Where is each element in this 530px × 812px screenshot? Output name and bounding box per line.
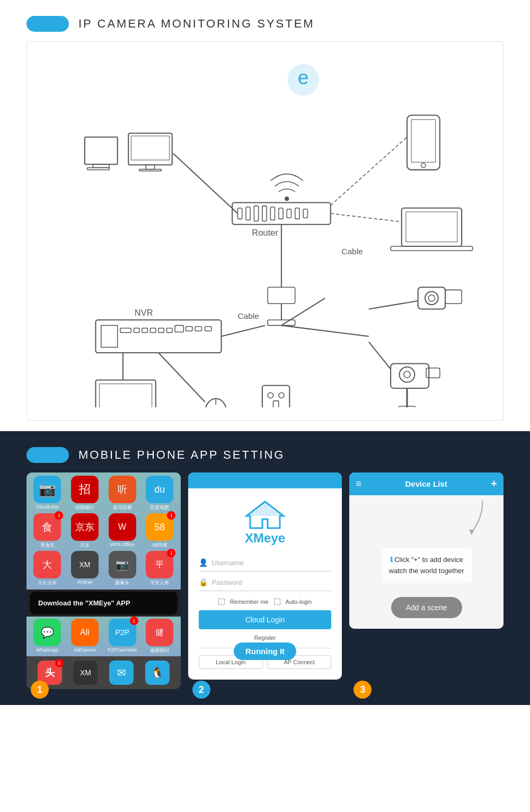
step-1-number: 1 bbox=[31, 681, 49, 699]
svg-rect-63 bbox=[273, 401, 278, 407]
svg-marker-79 bbox=[469, 530, 474, 535]
login-options: Remember me Auto-login bbox=[218, 599, 312, 605]
diagram-svg: e Router bbox=[38, 52, 492, 407]
add-scene-button[interactable]: Add a scene bbox=[391, 597, 462, 618]
app-zhaoshan[interactable]: 招 招商银行 bbox=[67, 476, 103, 511]
svg-rect-45 bbox=[175, 325, 183, 332]
app-whatsapp[interactable]: 💬 WhatsApp bbox=[30, 619, 65, 654]
svg-line-25 bbox=[331, 137, 407, 206]
xmeye-house-logo bbox=[244, 499, 286, 531]
svg-rect-18 bbox=[295, 208, 299, 219]
app-58[interactable]: 581 58同城 bbox=[142, 513, 178, 549]
section1-header: IP CAMERA MONITORING SYSTEM bbox=[26, 16, 504, 32]
dock-mail[interactable]: ✉ bbox=[109, 661, 134, 685]
app-health[interactable]: 健 健康顾问 bbox=[142, 619, 178, 654]
svg-rect-32 bbox=[268, 287, 295, 304]
svg-rect-7 bbox=[146, 165, 154, 169]
autologin-checkbox[interactable] bbox=[274, 599, 280, 605]
app-camera[interactable]: 📷 摄像头 bbox=[104, 551, 140, 586]
svg-text:Router: Router bbox=[252, 228, 278, 237]
phone1-screen: 📷 CloudLens 招 招商银行 听 喜马拉雅 du 百度地图 bbox=[26, 472, 181, 689]
app-meishi[interactable]: 食1 美食杰 bbox=[30, 513, 65, 549]
add-arrow bbox=[461, 495, 488, 540]
svg-rect-8 bbox=[139, 169, 161, 171]
app-grid-row4: 💬 WhatsApp Ali AliExpress P2P1 P2PCamVie… bbox=[26, 617, 181, 656]
password-field[interactable]: 🔒 Password bbox=[199, 574, 332, 591]
svg-point-66 bbox=[428, 295, 435, 301]
xmeye-header-bar bbox=[188, 472, 342, 488]
username-field[interactable]: 👤 Username bbox=[199, 554, 332, 572]
svg-text:Cable: Cable bbox=[237, 311, 259, 320]
step-2-number: 2 bbox=[192, 681, 210, 699]
lock-icon: 🔒 bbox=[199, 578, 208, 586]
svg-rect-15 bbox=[270, 207, 275, 220]
svg-text:e: e bbox=[298, 66, 309, 88]
app-wps[interactable]: W WPS Office bbox=[104, 513, 140, 549]
remember-checkbox[interactable] bbox=[218, 599, 225, 605]
svg-rect-38 bbox=[101, 325, 118, 347]
app-p2pcam[interactable]: P2P1 P2PCamView bbox=[104, 619, 140, 654]
info-icon: ℹ bbox=[390, 556, 395, 564]
svg-rect-2 bbox=[85, 137, 118, 165]
svg-rect-53 bbox=[100, 384, 152, 407]
register-link[interactable]: Register bbox=[254, 635, 276, 641]
step-3-number: 3 bbox=[354, 681, 372, 699]
network-diagram: e Router bbox=[26, 41, 504, 421]
device-list-info: ℹ Click "+" to add devicewatch the world… bbox=[382, 548, 472, 583]
svg-line-51 bbox=[222, 325, 265, 336]
svg-rect-39 bbox=[120, 328, 131, 333]
screenshot-3: ≡ Device List + ℹ Click "+" to add de bbox=[349, 472, 504, 689]
app-jingdong[interactable]: 京东 京东 bbox=[67, 513, 103, 549]
download-popup: Download the "XMEye" APP bbox=[30, 592, 178, 614]
app-pingan[interactable]: 平1 平安人寿 bbox=[142, 551, 178, 586]
svg-rect-22 bbox=[407, 115, 440, 170]
svg-rect-72 bbox=[426, 368, 440, 378]
svg-point-65 bbox=[425, 291, 438, 305]
svg-point-71 bbox=[404, 371, 410, 378]
app-baidumap[interactable]: du 百度地图 bbox=[142, 476, 178, 511]
phone1-dock: 头 5 XM ✉ 🐧 bbox=[26, 656, 181, 689]
screenshot-1: 📷 CloudLens 招 招商银行 听 喜马拉雅 du 百度地图 bbox=[26, 472, 181, 689]
dock-xmeye[interactable]: XM bbox=[73, 661, 98, 685]
svg-text:NVR: NVR bbox=[135, 308, 153, 317]
svg-rect-13 bbox=[254, 206, 258, 221]
svg-line-36 bbox=[281, 325, 369, 336]
app-dazhong[interactable]: 大 大众点评 bbox=[30, 551, 65, 586]
svg-point-62 bbox=[279, 392, 284, 398]
svg-point-21 bbox=[285, 197, 289, 201]
app-aliexpress[interactable]: Ali AliExpress bbox=[67, 619, 103, 654]
cloud-login-button[interactable]: Cloud Login bbox=[199, 610, 332, 629]
username-placeholder: Username bbox=[212, 559, 244, 567]
password-placeholder: Password bbox=[212, 578, 242, 586]
svg-marker-78 bbox=[246, 502, 284, 516]
svg-rect-41 bbox=[142, 328, 147, 333]
xmeye-app-name: XMeye bbox=[245, 531, 285, 546]
svg-rect-34 bbox=[268, 320, 295, 325]
svg-rect-37 bbox=[95, 320, 221, 353]
svg-rect-10 bbox=[232, 202, 331, 224]
section1-badge bbox=[26, 16, 69, 32]
svg-line-68 bbox=[369, 301, 418, 309]
svg-rect-26 bbox=[402, 208, 462, 246]
svg-rect-12 bbox=[246, 207, 250, 220]
app-xmeye[interactable]: XM XMEye bbox=[67, 551, 103, 586]
user-icon: 👤 bbox=[199, 558, 208, 567]
svg-rect-17 bbox=[287, 209, 291, 218]
svg-rect-16 bbox=[279, 208, 283, 219]
device-list-header: ≡ Device List + bbox=[349, 472, 504, 495]
add-device-icon[interactable]: + bbox=[491, 478, 497, 490]
dock-qq[interactable]: 🐧 bbox=[145, 661, 170, 685]
section2-header: MOBILE PHONE APP SETTING bbox=[26, 447, 504, 463]
svg-rect-42 bbox=[151, 328, 156, 333]
svg-line-35 bbox=[281, 298, 325, 326]
device-list-title: Device List bbox=[405, 479, 447, 488]
running-it-badge[interactable]: Running It bbox=[234, 643, 296, 660]
svg-rect-40 bbox=[134, 328, 139, 333]
svg-point-61 bbox=[268, 392, 273, 398]
app-himalaya[interactable]: 听 喜马拉雅 bbox=[104, 476, 140, 511]
menu-icon[interactable]: ≡ bbox=[356, 478, 361, 489]
app-cloudlens[interactable]: 📷 CloudLens bbox=[30, 476, 65, 511]
svg-rect-4 bbox=[87, 167, 109, 169]
section1-title: IP CAMERA MONITORING SYSTEM bbox=[78, 17, 315, 31]
screenshots-row: 📷 CloudLens 招 招商银行 听 喜马拉雅 du 百度地图 bbox=[26, 472, 504, 689]
